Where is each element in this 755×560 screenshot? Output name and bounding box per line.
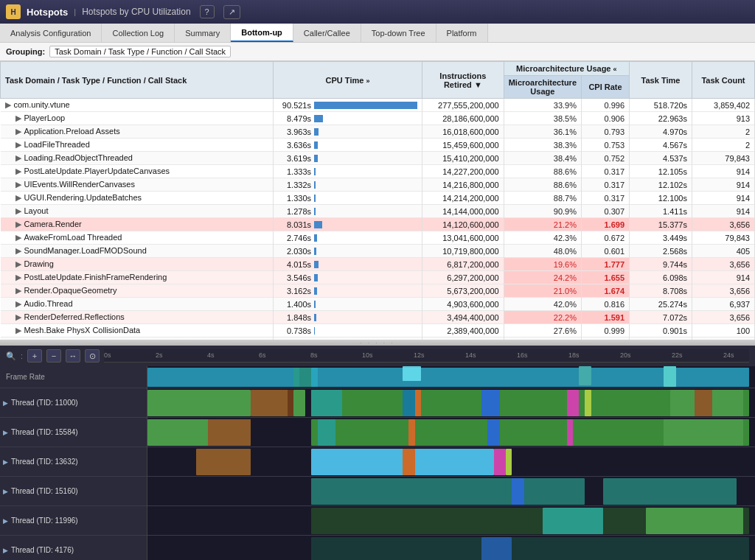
cell-cpu-11: 2.030s [274,245,422,258]
cell-task-time-10: 3.449s [630,231,692,245]
cpu-time-text-14: 3.162s [278,287,311,295]
expand-icon-17[interactable]: ▶ [15,326,21,335]
col-header-microarch[interactable]: Microarchitecture Usage [504,76,581,99]
row-name-10: AwakeFromLoad Threaded [24,233,122,242]
cell-name-11: ▶SoundManager.LoadFMODSound [1,245,274,258]
tab-bottom-up[interactable]: Bottom-up [231,24,293,42]
tab-summary[interactable]: Summary [175,24,231,42]
microarch-value-11: 48.0% [554,247,577,256]
row-name-5: PostLateUpdate.PlayerUpdateCanvases [24,167,170,175]
cell-task-count-14: 3,656 [692,284,755,298]
expand-icon-11[interactable]: ▶ [15,246,21,255]
cell-cpi-15: 0.816 [582,298,630,311]
tab-collection-log[interactable]: Collection Log [102,24,175,42]
export-button[interactable]: ↗ [223,5,240,19]
expand-icon-7[interactable]: ▶ [15,193,21,202]
expand-icon-4[interactable]: ▶ [15,153,21,162]
microarch-value-18: 30.0% [554,340,577,340]
cpu-time-text-5: 1.333s [278,167,311,176]
microarch-value-4: 38.4% [554,154,577,163]
expand-icon-10[interactable]: ▶ [15,233,21,242]
col-header-microarch-group: Microarchitecture Usage « [504,62,629,76]
timeline-toolbar: 🔍 : + − ↔ ⊙ 0s 2s 4s 6s 8s 10s 12s 14s 1… [0,346,755,366]
cell-cpu-12: 4.015s [274,258,422,271]
cell-name-17: ▶Mesh.Bake PhysX CollisionData [1,324,274,337]
tick-2s: 2s [156,351,163,359]
cell-instructions-13: 6,297,200,000 [422,271,504,284]
microarch-value-6: 88.6% [554,181,577,189]
snap-button[interactable]: ⊙ [85,349,100,363]
expand-icon-12[interactable]: ▶ [15,259,21,268]
help-button[interactable]: ? [200,5,215,18]
cell-task-time-2: 4.970s [630,125,692,139]
expand-icon-3[interactable]: ▶ [15,140,21,149]
expand-icon-18[interactable]: ▶ [15,339,21,340]
cell-task-time-15: 25.274s [630,298,692,311]
tab-analysis-config[interactable]: Analysis Configuration [0,24,102,42]
cell-cpi-8: 0.307 [582,205,630,218]
zoom-out-button[interactable]: − [46,349,61,363]
panel-divider[interactable] [0,340,755,346]
fit-button[interactable]: ↔ [66,349,80,363]
tab-platform[interactable]: Platform [436,24,488,42]
cpu-time-text-13: 3.546s [278,273,311,282]
cell-microarch-7: 88.7% [504,192,581,205]
cell-task-time-3: 4.567s [630,139,692,152]
cell-microarch-1: 38.5% [504,112,581,125]
cell-instructions-0: 277,555,200,000 [422,99,504,112]
expand-icon-9[interactable]: ▶ [15,220,21,228]
expand-icon-5[interactable]: ▶ [15,167,21,175]
tick-10s: 10s [362,351,373,359]
cell-task-count-2: 2 [692,125,755,139]
zoom-in-button[interactable]: + [27,349,42,363]
cell-instructions-8: 14,144,000,000 [422,205,504,218]
expand-icon-14[interactable]: ▶ [15,286,21,295]
tab-caller-callee[interactable]: Caller/Callee [293,24,361,42]
col-header-task-count[interactable]: Task Count [692,62,755,99]
cpu-time-text-15: 1.400s [278,300,311,309]
cell-cpu-17: 0.738s [274,324,422,337]
microarch-value-14: 21.0% [554,287,577,295]
cell-microarch-15: 42.0% [504,298,581,311]
cell-microarch-2: 36.1% [504,125,581,139]
cell-name-16: ▶RenderDeferred.Reflections [1,311,274,324]
cpu-time-text-18: 0.957s [278,340,311,340]
cpu-time-text-4: 3.619s [278,154,311,163]
expand-icon-16[interactable]: ▶ [15,312,21,321]
row-name-1: PlayerLoop [24,113,66,122]
cell-cpi-13: 1.655 [582,271,630,284]
cpi-value-15: 0.816 [604,300,624,309]
cell-cpu-8: 1.278s [274,205,422,218]
tab-top-down-tree[interactable]: Top-down Tree [361,24,436,42]
grouping-value: Task Domain / Task Type / Function / Cal… [49,46,231,57]
expand-icon-8[interactable]: ▶ [15,206,21,215]
col-header-instructions[interactable]: Instructions Retired ▼ [422,62,504,99]
expand-icon-2[interactable]: ▶ [15,127,21,136]
thread-label-13632: ▶ Thread (TID: 13632) [0,447,147,477]
microarch-value-13: 24.2% [554,273,577,282]
cpu-bar-1 [314,115,323,122]
cpu-bar-15 [314,301,316,308]
cpi-value-6: 0.317 [604,181,624,189]
expand-icon-0[interactable]: ▶ [5,100,11,109]
expand-icon-6[interactable]: ▶ [15,180,21,189]
expand-icon-13[interactable]: ▶ [15,273,21,281]
cell-task-time-8: 1.411s [630,205,692,218]
col-header-task-time[interactable]: Task Time [630,62,692,99]
cell-task-time-13: 6.098s [630,271,692,284]
cell-name-0: ▶com.unity.vtune [1,99,274,112]
thread-label-11996: ▶ Thread (TID: 11996) [0,506,147,536]
cpi-value-16: 1.591 [604,313,624,322]
cell-task-count-1: 913 [692,112,755,125]
col-header-cpi[interactable]: CPI Rate [582,76,630,99]
expand-icon-1[interactable]: ▶ [15,113,21,122]
expand-icon-15[interactable]: ▶ [15,299,21,308]
timeline-tracks[interactable] [147,366,755,560]
cell-name-8: ▶Layout [1,205,274,218]
cell-microarch-4: 38.4% [504,152,581,165]
cell-task-time-1: 22.963s [630,112,692,125]
cpi-value-13: 1.655 [604,273,624,282]
app-name: Hotspots [27,7,68,18]
col-header-cpu[interactable]: CPU Time » [274,62,422,99]
cpu-bar-5 [314,168,316,175]
